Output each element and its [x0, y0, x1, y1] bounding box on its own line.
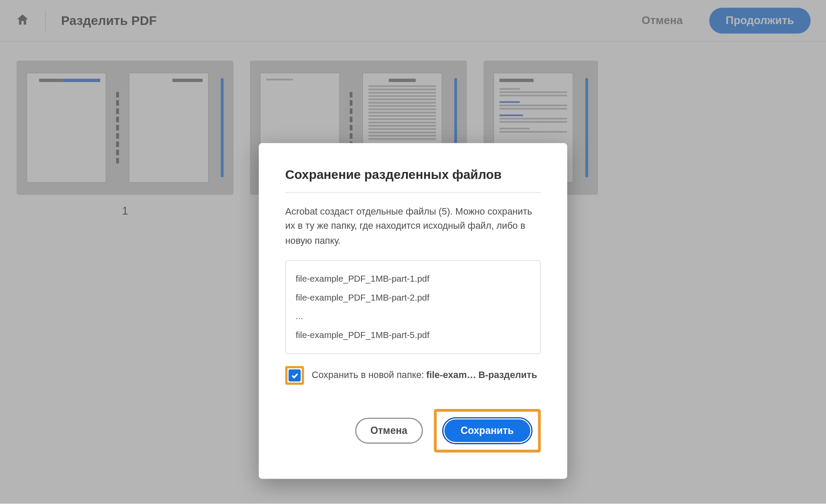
save-new-folder-checkbox[interactable] — [289, 369, 301, 381]
file-item: file-example_PDF_1MB-part-1.pdf — [296, 270, 530, 289]
dialog-save-button[interactable]: Сохранить — [442, 417, 532, 444]
dialog-message: Acrobat создаст отдельные файлы (5). Мож… — [285, 205, 541, 248]
save-new-folder-row: Сохранить в новой папке: file-exam… B-ра… — [285, 366, 541, 385]
checkbox-folder-suffix: B-разделить — [478, 370, 537, 381]
tutorial-highlight — [285, 366, 304, 385]
modal-overlay: Сохранение разделенных файлов Acrobat со… — [0, 0, 826, 504]
checkbox-label: Сохранить в новой папке: file-exam… B-ра… — [311, 370, 537, 381]
file-list: file-example_PDF_1MB-part-1.pdf file-exa… — [285, 260, 541, 354]
checkbox-label-prefix: Сохранить в новой папке: — [311, 370, 424, 381]
file-item: file-example_PDF_1MB-part-5.pdf — [296, 326, 530, 345]
checkbox-folder-name: file-exam… — [426, 370, 476, 381]
file-item: file-example_PDF_1MB-part-2.pdf — [296, 289, 530, 307]
save-dialog: Сохранение разделенных файлов Acrobat со… — [259, 143, 567, 479]
dialog-title: Сохранение разделенных файлов — [285, 167, 541, 193]
tutorial-highlight: Сохранить — [434, 409, 541, 452]
dialog-actions: Отмена Сохранить — [285, 409, 541, 452]
file-item: ... — [296, 307, 530, 326]
dialog-cancel-button[interactable]: Отмена — [355, 418, 422, 444]
